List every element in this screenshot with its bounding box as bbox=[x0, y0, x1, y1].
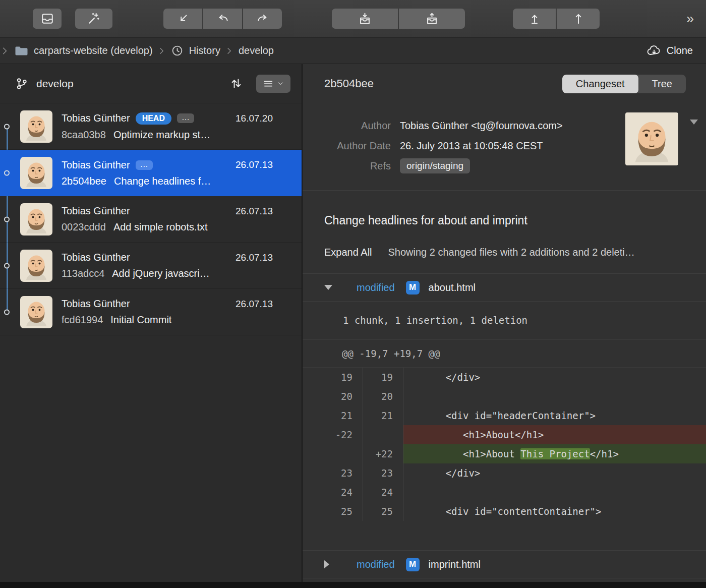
graph-node bbox=[4, 263, 10, 268]
commit-row[interactable]: Tobias Günther 26.07.13 fcd61994 Initial… bbox=[0, 289, 302, 335]
avatar-image bbox=[20, 110, 52, 143]
commit-row-selected[interactable]: Tobias Günther … 26.07.13 2b504bee Chang… bbox=[0, 150, 302, 196]
new-line-number: +22 bbox=[363, 444, 403, 463]
commit-date: 26.07.13 bbox=[236, 252, 273, 263]
expand-all-button[interactable]: Expand All bbox=[324, 247, 372, 258]
commit-hash: 0023cddd bbox=[62, 221, 106, 233]
compare-branches-icon[interactable] bbox=[229, 77, 243, 90]
diff-view: 19 19 </div> 20 20 21 21 <div id="header… bbox=[303, 368, 706, 521]
avatar bbox=[20, 296, 52, 328]
clone-button[interactable]: Clone bbox=[646, 45, 693, 57]
breadcrumb-repo[interactable]: carparts-website (develop) bbox=[34, 45, 153, 56]
merge-button[interactable] bbox=[163, 9, 202, 29]
magic-wand-icon bbox=[87, 12, 101, 26]
open-repository-button[interactable] bbox=[33, 9, 62, 29]
avatar-image bbox=[20, 250, 52, 282]
disclosure-closed-icon[interactable] bbox=[324, 560, 329, 568]
file-header-imprint[interactable]: modified M imprint.html bbox=[303, 550, 706, 578]
curved-arrow-left-icon bbox=[216, 12, 229, 25]
diff-line: 21 21 <div id="headerContainer"> bbox=[303, 406, 706, 425]
commit-message: Change headlines f… bbox=[114, 175, 211, 187]
undo-button[interactable] bbox=[203, 9, 242, 29]
commit-row[interactable]: Tobias Günther 26.07.13 113adcc4 Add jQu… bbox=[0, 243, 302, 289]
avatar-image bbox=[20, 157, 52, 189]
refs-label: Refs bbox=[303, 160, 391, 172]
branch-header: develop bbox=[0, 64, 302, 103]
new-line-number: 23 bbox=[363, 463, 403, 483]
diff-line: 20 20 bbox=[303, 387, 706, 406]
arrow-down-left-icon bbox=[177, 12, 190, 25]
toolbar-overflow-button[interactable]: » bbox=[686, 11, 696, 27]
commit-message: Optimize markup st… bbox=[113, 129, 210, 141]
clock-icon bbox=[171, 44, 184, 57]
breadcrumb-branch[interactable]: develop bbox=[239, 45, 274, 56]
disclosure-open-icon[interactable] bbox=[324, 285, 332, 290]
stash-actions-group bbox=[332, 9, 465, 29]
graph-node bbox=[4, 309, 10, 315]
commit-row[interactable]: Tobias Günther HEAD … 16.07.20 8caa03b8 … bbox=[0, 103, 302, 150]
clone-label: Clone bbox=[667, 45, 693, 56]
breadcrumb-history[interactable]: History bbox=[189, 45, 220, 56]
commit-message: Add jQuery javascri… bbox=[112, 268, 209, 279]
hunk-header: @@ -19,7 +19,7 @@ bbox=[303, 340, 706, 368]
tab-tree[interactable]: Tree bbox=[638, 75, 686, 93]
code-line bbox=[403, 483, 706, 502]
chevron-right-icon bbox=[226, 46, 233, 55]
tab-changeset[interactable]: Changeset bbox=[562, 75, 638, 93]
commit-date: 26.07.13 bbox=[236, 299, 273, 310]
commit-row[interactable]: Tobias Günther 26.07.13 0023cddd Add sim… bbox=[0, 196, 302, 243]
avatar-image bbox=[625, 112, 678, 165]
diff-line-added: +22 <h1>About This Project</h1> bbox=[303, 444, 706, 463]
avatar bbox=[20, 250, 52, 282]
old-line-number: 24 bbox=[303, 483, 363, 502]
commit-author: Tobias Günther bbox=[62, 298, 130, 310]
branch-title: develop bbox=[36, 78, 74, 90]
more-refs-badge[interactable]: … bbox=[177, 113, 194, 123]
diff-line: 24 24 bbox=[303, 483, 706, 502]
modified-badge: M bbox=[406, 558, 420, 571]
commit-hash: 8caa03b8 bbox=[62, 129, 106, 141]
quick-actions-button[interactable] bbox=[75, 9, 112, 29]
diff-line: 25 25 <div id="contentContainer"> bbox=[303, 502, 706, 521]
stash-save-button[interactable] bbox=[332, 9, 398, 29]
new-line-number: 20 bbox=[363, 387, 403, 406]
author-avatar bbox=[625, 112, 678, 165]
avatar bbox=[20, 110, 52, 143]
chunk-stats: 1 chunk, 1 insertion, 1 deletion bbox=[303, 302, 706, 340]
diff-line-deleted: -22 <h1>About</h1> bbox=[303, 425, 706, 444]
chevron-down-icon bbox=[277, 80, 284, 87]
arrow-up-from-line-icon bbox=[528, 12, 541, 25]
old-line-number: 21 bbox=[303, 406, 363, 425]
new-line-number bbox=[363, 425, 403, 444]
code-line: <h1>About</h1> bbox=[403, 425, 706, 444]
modified-badge: M bbox=[406, 281, 420, 295]
refs-badge[interactable]: origin/staging bbox=[400, 158, 470, 173]
old-line-number: 19 bbox=[303, 368, 363, 387]
code-line: <h1>About This Project</h1> bbox=[403, 444, 706, 463]
commit-author: Tobias Günther bbox=[62, 112, 130, 124]
avatar-image bbox=[20, 296, 52, 328]
redo-button[interactable] bbox=[243, 9, 282, 29]
chevron-down-icon[interactable] bbox=[690, 120, 698, 125]
author-label: Author bbox=[303, 120, 391, 132]
pull-button[interactable] bbox=[513, 9, 556, 29]
commit-date: 16.07.20 bbox=[236, 113, 273, 124]
file-header-about[interactable]: modified M about.html bbox=[303, 273, 706, 302]
curved-arrow-right-icon bbox=[256, 12, 269, 25]
file-status: modified bbox=[357, 559, 395, 570]
new-line-number: 19 bbox=[363, 368, 403, 387]
graph-node bbox=[4, 124, 10, 129]
commit-hash: 113adcc4 bbox=[62, 268, 104, 279]
view-options-button[interactable] bbox=[256, 75, 290, 93]
view-mode-segmented-control: Changeset Tree bbox=[562, 75, 686, 93]
push-button[interactable] bbox=[557, 9, 600, 29]
avatar bbox=[20, 157, 52, 189]
file-status: modified bbox=[357, 282, 395, 293]
code-line: </div> bbox=[403, 368, 706, 387]
commit-detail-title: 2b504bee bbox=[324, 77, 374, 90]
more-refs-badge[interactable]: … bbox=[136, 160, 153, 170]
tray-icon bbox=[41, 12, 54, 25]
stash-apply-button[interactable] bbox=[399, 9, 465, 29]
commit-author: Tobias Günther bbox=[62, 252, 130, 263]
file-name: imprint.html bbox=[429, 559, 481, 570]
